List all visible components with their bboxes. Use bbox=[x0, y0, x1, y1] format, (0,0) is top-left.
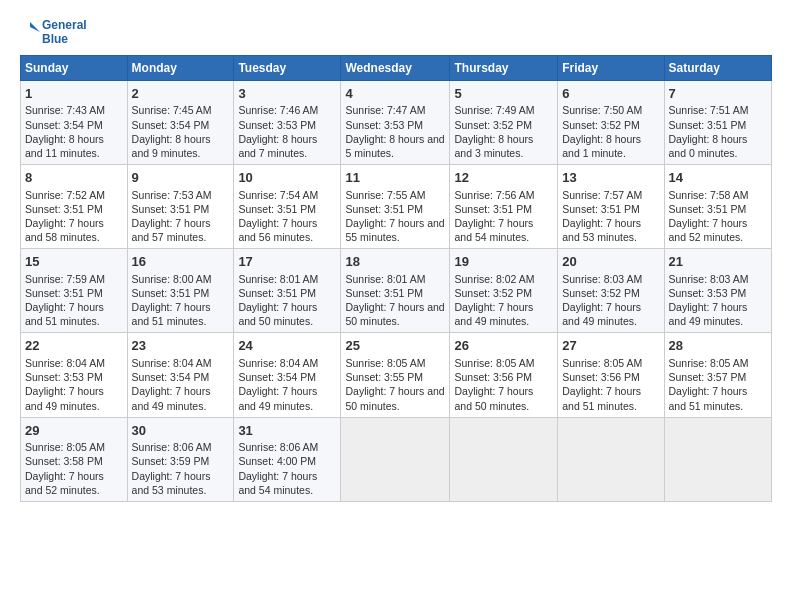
header-cell-monday: Monday bbox=[127, 55, 234, 80]
sunrise-label: Sunrise: 7:59 AM bbox=[25, 273, 105, 285]
daylight-label: Daylight: 7 hours and 49 minutes. bbox=[238, 385, 317, 411]
logo-blue: Blue bbox=[42, 32, 87, 46]
sunset-label: Sunset: 3:52 PM bbox=[562, 119, 640, 131]
day-number: 14 bbox=[669, 169, 767, 187]
week-row-5: 29Sunrise: 8:05 AMSunset: 3:58 PMDayligh… bbox=[21, 417, 772, 501]
daylight-label: Daylight: 7 hours and 49 minutes. bbox=[669, 301, 748, 327]
day-cell: 5Sunrise: 7:49 AMSunset: 3:52 PMDaylight… bbox=[450, 80, 558, 164]
header-cell-thursday: Thursday bbox=[450, 55, 558, 80]
logo: General Blue bbox=[20, 18, 87, 47]
sunset-label: Sunset: 3:51 PM bbox=[454, 203, 532, 215]
calendar-header-row: SundayMondayTuesdayWednesdayThursdayFrid… bbox=[21, 55, 772, 80]
sunrise-label: Sunrise: 8:05 AM bbox=[669, 357, 749, 369]
day-cell: 23Sunrise: 8:04 AMSunset: 3:54 PMDayligh… bbox=[127, 333, 234, 417]
sunset-label: Sunset: 3:51 PM bbox=[669, 119, 747, 131]
day-number: 10 bbox=[238, 169, 336, 187]
calendar-body: 1Sunrise: 7:43 AMSunset: 3:54 PMDaylight… bbox=[21, 80, 772, 501]
sunrise-label: Sunrise: 8:04 AM bbox=[25, 357, 105, 369]
daylight-label: Daylight: 8 hours and 0 minutes. bbox=[669, 133, 748, 159]
day-cell: 8Sunrise: 7:52 AMSunset: 3:51 PMDaylight… bbox=[21, 165, 128, 249]
sunrise-label: Sunrise: 8:06 AM bbox=[238, 441, 318, 453]
sunrise-label: Sunrise: 7:45 AM bbox=[132, 104, 212, 116]
daylight-label: Daylight: 7 hours and 50 minutes. bbox=[345, 385, 444, 411]
sunset-label: Sunset: 3:59 PM bbox=[132, 455, 210, 467]
daylight-label: Daylight: 7 hours and 58 minutes. bbox=[25, 217, 104, 243]
sunrise-label: Sunrise: 7:47 AM bbox=[345, 104, 425, 116]
daylight-label: Daylight: 8 hours and 7 minutes. bbox=[238, 133, 317, 159]
sunrise-label: Sunrise: 8:04 AM bbox=[238, 357, 318, 369]
daylight-label: Daylight: 7 hours and 53 minutes. bbox=[562, 217, 641, 243]
day-number: 13 bbox=[562, 169, 659, 187]
day-cell: 9Sunrise: 7:53 AMSunset: 3:51 PMDaylight… bbox=[127, 165, 234, 249]
sunrise-label: Sunrise: 8:00 AM bbox=[132, 273, 212, 285]
day-cell: 31Sunrise: 8:06 AMSunset: 4:00 PMDayligh… bbox=[234, 417, 341, 501]
day-cell: 21Sunrise: 8:03 AMSunset: 3:53 PMDayligh… bbox=[664, 249, 771, 333]
day-cell: 27Sunrise: 8:05 AMSunset: 3:56 PMDayligh… bbox=[558, 333, 664, 417]
sunset-label: Sunset: 3:54 PM bbox=[132, 371, 210, 383]
day-number: 26 bbox=[454, 337, 553, 355]
header-cell-tuesday: Tuesday bbox=[234, 55, 341, 80]
week-row-4: 22Sunrise: 8:04 AMSunset: 3:53 PMDayligh… bbox=[21, 333, 772, 417]
day-cell: 10Sunrise: 7:54 AMSunset: 3:51 PMDayligh… bbox=[234, 165, 341, 249]
daylight-label: Daylight: 7 hours and 54 minutes. bbox=[454, 217, 533, 243]
daylight-label: Daylight: 8 hours and 5 minutes. bbox=[345, 133, 444, 159]
day-number: 16 bbox=[132, 253, 230, 271]
sunrise-label: Sunrise: 7:46 AM bbox=[238, 104, 318, 116]
daylight-label: Daylight: 7 hours and 51 minutes. bbox=[132, 301, 211, 327]
sunrise-label: Sunrise: 8:03 AM bbox=[669, 273, 749, 285]
daylight-label: Daylight: 7 hours and 53 minutes. bbox=[132, 470, 211, 496]
day-cell: 28Sunrise: 8:05 AMSunset: 3:57 PMDayligh… bbox=[664, 333, 771, 417]
daylight-label: Daylight: 7 hours and 49 minutes. bbox=[132, 385, 211, 411]
day-number: 6 bbox=[562, 85, 659, 103]
sunset-label: Sunset: 4:00 PM bbox=[238, 455, 316, 467]
sunrise-label: Sunrise: 8:05 AM bbox=[345, 357, 425, 369]
page: General Blue SundayMondayTuesdayWednesda… bbox=[0, 0, 792, 612]
daylight-label: Daylight: 7 hours and 55 minutes. bbox=[345, 217, 444, 243]
day-number: 18 bbox=[345, 253, 445, 271]
sunrise-label: Sunrise: 7:50 AM bbox=[562, 104, 642, 116]
day-number: 22 bbox=[25, 337, 123, 355]
day-number: 23 bbox=[132, 337, 230, 355]
sunrise-label: Sunrise: 7:49 AM bbox=[454, 104, 534, 116]
daylight-label: Daylight: 7 hours and 49 minutes. bbox=[562, 301, 641, 327]
sunrise-label: Sunrise: 8:01 AM bbox=[238, 273, 318, 285]
day-number: 21 bbox=[669, 253, 767, 271]
day-number: 8 bbox=[25, 169, 123, 187]
logo-bird-icon bbox=[20, 18, 40, 42]
day-cell: 18Sunrise: 8:01 AMSunset: 3:51 PMDayligh… bbox=[341, 249, 450, 333]
day-number: 28 bbox=[669, 337, 767, 355]
sunset-label: Sunset: 3:52 PM bbox=[562, 287, 640, 299]
sunset-label: Sunset: 3:51 PM bbox=[132, 287, 210, 299]
daylight-label: Daylight: 8 hours and 1 minute. bbox=[562, 133, 641, 159]
day-cell: 14Sunrise: 7:58 AMSunset: 3:51 PMDayligh… bbox=[664, 165, 771, 249]
daylight-label: Daylight: 8 hours and 11 minutes. bbox=[25, 133, 104, 159]
header-cell-saturday: Saturday bbox=[664, 55, 771, 80]
sunrise-label: Sunrise: 7:53 AM bbox=[132, 189, 212, 201]
sunset-label: Sunset: 3:51 PM bbox=[669, 203, 747, 215]
day-cell: 4Sunrise: 7:47 AMSunset: 3:53 PMDaylight… bbox=[341, 80, 450, 164]
daylight-label: Daylight: 7 hours and 49 minutes. bbox=[25, 385, 104, 411]
day-number: 25 bbox=[345, 337, 445, 355]
sunset-label: Sunset: 3:52 PM bbox=[454, 119, 532, 131]
sunrise-label: Sunrise: 8:03 AM bbox=[562, 273, 642, 285]
day-number: 5 bbox=[454, 85, 553, 103]
calendar-table: SundayMondayTuesdayWednesdayThursdayFrid… bbox=[20, 55, 772, 502]
day-cell: 1Sunrise: 7:43 AMSunset: 3:54 PMDaylight… bbox=[21, 80, 128, 164]
day-number: 12 bbox=[454, 169, 553, 187]
sunset-label: Sunset: 3:51 PM bbox=[345, 203, 423, 215]
sunset-label: Sunset: 3:51 PM bbox=[238, 203, 316, 215]
sunrise-label: Sunrise: 8:05 AM bbox=[25, 441, 105, 453]
daylight-label: Daylight: 7 hours and 56 minutes. bbox=[238, 217, 317, 243]
day-number: 9 bbox=[132, 169, 230, 187]
sunrise-label: Sunrise: 8:05 AM bbox=[562, 357, 642, 369]
sunset-label: Sunset: 3:51 PM bbox=[562, 203, 640, 215]
day-number: 20 bbox=[562, 253, 659, 271]
day-cell: 6Sunrise: 7:50 AMSunset: 3:52 PMDaylight… bbox=[558, 80, 664, 164]
day-cell: 20Sunrise: 8:03 AMSunset: 3:52 PMDayligh… bbox=[558, 249, 664, 333]
sunrise-label: Sunrise: 8:01 AM bbox=[345, 273, 425, 285]
day-number: 30 bbox=[132, 422, 230, 440]
sunrise-label: Sunrise: 7:54 AM bbox=[238, 189, 318, 201]
sunset-label: Sunset: 3:51 PM bbox=[25, 203, 103, 215]
sunrise-label: Sunrise: 8:02 AM bbox=[454, 273, 534, 285]
day-cell: 12Sunrise: 7:56 AMSunset: 3:51 PMDayligh… bbox=[450, 165, 558, 249]
